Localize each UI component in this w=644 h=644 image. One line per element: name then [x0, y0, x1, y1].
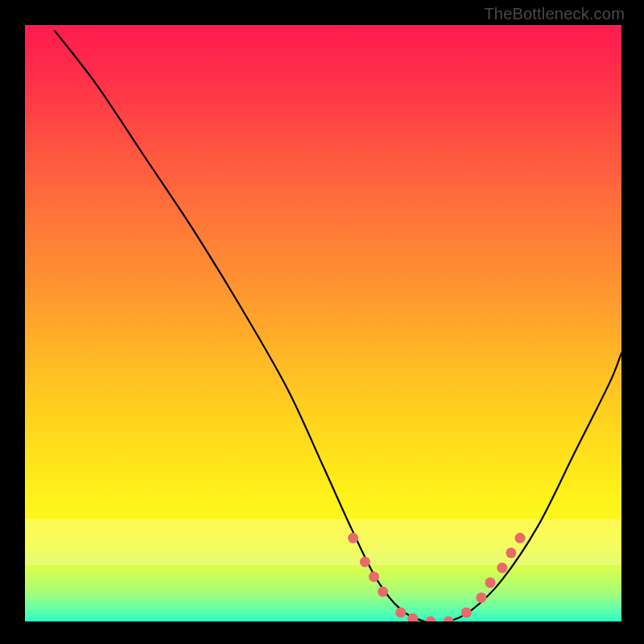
highlight-dots — [348, 533, 525, 621]
curve-layer — [25, 25, 621, 621]
highlight-band — [25, 519, 621, 566]
watermark-text: TheBottleneck.com — [484, 5, 625, 23]
highlight-dot — [348, 533, 358, 543]
highlight-dot — [444, 617, 454, 622]
highlight-dot — [485, 577, 496, 588]
highlight-dot — [506, 547, 516, 558]
plot-area — [25, 25, 621, 621]
highlight-dot — [476, 592, 486, 603]
highlight-dot — [360, 556, 370, 567]
highlight-dot — [425, 617, 436, 622]
highlight-dot — [497, 563, 507, 573]
highlight-dot — [369, 572, 379, 582]
chart-frame: TheBottleneck.com — [0, 0, 644, 644]
highlight-dot — [461, 607, 472, 617]
highlight-dot — [395, 607, 406, 617]
highlight-dot — [407, 613, 418, 621]
bottleneck-curve — [55, 31, 621, 621]
highlight-dot — [515, 533, 526, 543]
highlight-dot — [378, 587, 388, 597]
